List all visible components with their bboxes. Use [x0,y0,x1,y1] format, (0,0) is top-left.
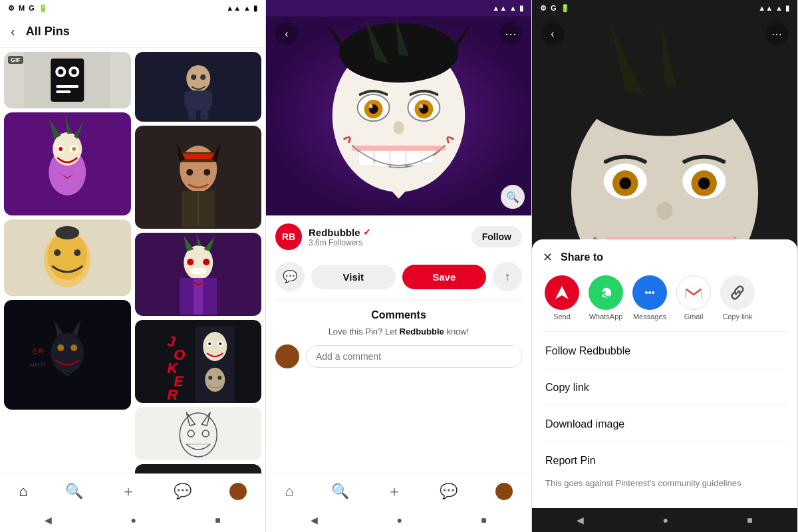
comment-input[interactable] [306,345,522,368]
battery-icon-2: ▮ [519,4,523,13]
nav-profile-2[interactable] [495,483,513,500]
nav-profile[interactable] [229,483,247,500]
chat-icon: 💬 [174,483,192,500]
home-android-btn[interactable]: ● [131,515,136,525]
svg-text:진짜: 진짜 [32,348,45,354]
chat-icon-2: 💬 [440,483,458,500]
pin-item[interactable] [4,112,131,215]
phone3: ⚙ G 🔋 ▲▲ ▲ ▮ ‹ ⋯ [532,0,798,532]
share-app-send[interactable]: Send [543,275,581,321]
recents-btn-3[interactable]: ■ [747,515,752,525]
share-button[interactable]: ↑ [493,262,522,291]
copylink-icon [720,275,755,310]
share-app-copylink[interactable]: Copy link [718,275,757,321]
creator-name-text: Redbubble [309,227,360,238]
close-button[interactable]: ✕ [543,250,553,265]
pin-item[interactable] [135,233,262,316]
svg-point-131 [652,291,654,294]
visit-button[interactable]: Visit [311,265,396,289]
svg-rect-1 [51,59,84,102]
svg-point-13 [59,147,63,151]
messages-label: Messages [633,313,666,321]
zoom-button[interactable]: 🔍 [501,185,525,209]
back-btn-2[interactable]: ◀ [311,515,318,525]
home-btn-3[interactable]: ● [663,515,668,525]
home-icon: ⌂ [19,483,27,500]
svg-point-47 [203,259,209,265]
share-app-messages[interactable]: Messages [630,275,669,321]
report-sub-text: This goes against Pinterest's community … [543,475,787,497]
g-icon: G [29,4,35,12]
followers-count: 3.6m Followers [309,238,371,247]
creator-avatar[interactable]: RB [275,223,302,250]
pin-item[interactable] [135,126,262,229]
battery-icon: 🔋 [39,4,48,13]
nav-home[interactable]: ⌂ [19,483,27,500]
verified-icon: ✓ [363,227,371,237]
share-option-download[interactable]: Download image [543,410,787,438]
nav-chat-2[interactable]: 💬 [440,483,458,500]
pin-item[interactable] [135,52,262,122]
svg-point-5 [71,69,76,74]
recents-btn-2[interactable]: ■ [481,515,486,525]
more-options-button[interactable]: ⋯ [499,23,522,45]
pin-item[interactable] [4,219,131,296]
pin-item[interactable]: 진짜 나아가 [4,300,131,410]
pin-item[interactable]: GIF [4,52,131,108]
follow-button[interactable]: Follow [471,226,522,247]
wifi-3: ▲ [775,4,783,12]
back-android-btn[interactable]: ◀ [45,515,52,525]
back-button[interactable]: ‹ [11,24,15,39]
back-button-2[interactable]: ‹ [275,23,298,45]
pin-item[interactable] [135,407,262,460]
pin-item[interactable]: J O K E R [135,320,262,403]
svg-point-25 [57,344,64,351]
profile-avatar-2 [495,483,513,500]
nav-search[interactable]: 🔍 [65,483,83,500]
status-bar-2: ▲▲ ▲ ▮ [266,0,531,16]
search-icon-2: 🔍 [331,483,349,500]
svg-point-65 [217,376,221,380]
pin-image: W [135,464,262,473]
share-divider [543,331,787,332]
bottom-nav-2: ⌂ 🔍 ＋ 💬 [266,473,531,508]
android-nav-2: ◀ ● ■ [266,508,531,532]
share-option-follow[interactable]: Follow Redbubble [543,337,787,365]
home-btn-2[interactable]: ● [397,515,402,525]
back-button-3[interactable]: ‹ [541,23,564,45]
back-btn-3[interactable]: ◀ [577,515,584,525]
creator-row: RB Redbubble ✓ 3.6m Followers Follow [266,215,531,258]
share-divider-3 [543,404,787,405]
recents-android-btn[interactable]: ■ [215,515,220,525]
pin-image-area: ‹ ⋯ [266,16,531,215]
more-button-3[interactable]: ⋯ [765,23,788,45]
status-right-3: ▲▲ ▲ ▮ [758,4,789,13]
creator-info: RB Redbubble ✓ 3.6m Followers [275,223,371,250]
svg-point-48 [190,268,206,275]
nav-add-2[interactable]: ＋ [387,481,402,501]
share-app-whatsapp[interactable]: WhatsApp [587,275,625,321]
comment-button[interactable]: 💬 [275,262,305,291]
nav-chat[interactable]: 💬 [174,483,192,500]
phone2: ▲▲ ▲ ▮ ‹ ⋯ [266,0,532,532]
share-option-report[interactable]: Report Pin [543,447,787,475]
phone1: ⚙ M G 🔋 ▲▲ ▲ ▮ ‹ All Pins GIF [0,0,266,532]
wifi-icon-2: ▲ [509,4,517,12]
bottom-nav-1: ⌂ 🔍 ＋ 💬 [0,473,265,508]
gear-icon: ⚙ [8,4,15,13]
pin-item[interactable]: W [135,464,262,473]
add-icon: ＋ [121,481,136,501]
svg-point-118 [657,202,673,220]
nav-add[interactable]: ＋ [121,481,136,501]
share-option-copylink[interactable]: Copy link [543,374,787,402]
nav-home-2[interactable]: ⌂ [285,483,293,500]
save-button[interactable]: Save [402,265,487,289]
gmail-label: Gmail [684,313,704,321]
battery-right-icon: ▮ [253,4,257,13]
add-icon-2: ＋ [387,481,402,501]
status-right-icons: ▲▲ ▲ ▮ [226,4,257,13]
signal-strength-icon: ▲ [243,4,251,12]
nav-search-2[interactable]: 🔍 [331,483,349,500]
share-app-gmail[interactable]: Gmail [674,275,713,321]
status-left-icons: ⚙ M G 🔋 [8,4,48,13]
